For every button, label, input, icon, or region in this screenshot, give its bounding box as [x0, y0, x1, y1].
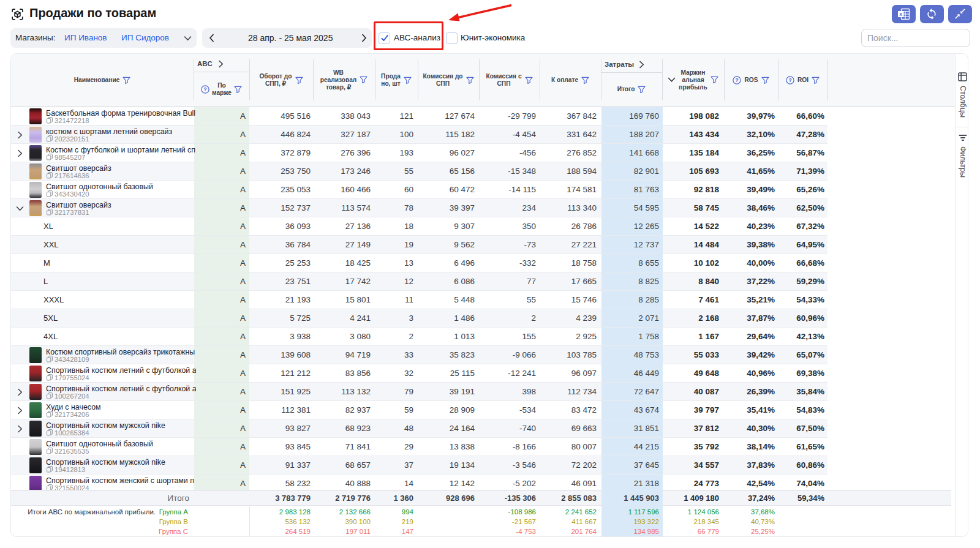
svg-text:?: ?: [203, 86, 206, 92]
svg-text:?: ?: [736, 77, 739, 83]
svg-text:x: x: [899, 11, 902, 17]
svg-text:?: ?: [788, 77, 791, 83]
